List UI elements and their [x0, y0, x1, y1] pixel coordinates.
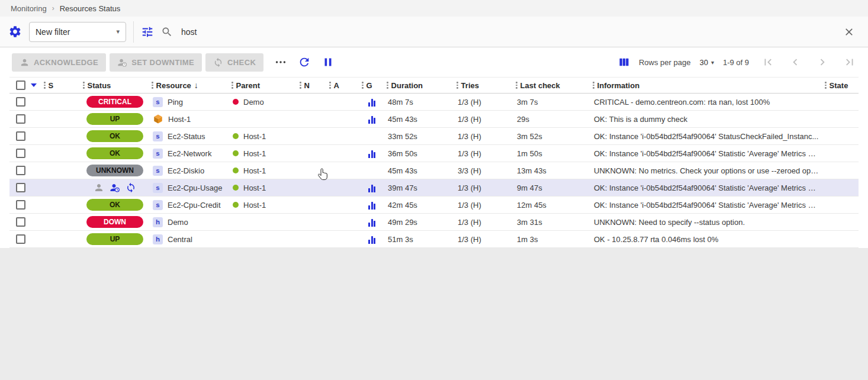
table-row[interactable]: DOWNhDemo49m 29s1/3 (H)3m 31sUNKNOWN: Ne…: [9, 214, 859, 231]
tune-filters-icon[interactable]: [141, 25, 154, 38]
column-header-state[interactable]: State: [824, 81, 857, 90]
table-row[interactable]: UPHost-145m 43s1/3 (H)29sOK: This is a d…: [9, 111, 859, 128]
column-menu-icon[interactable]: [385, 82, 390, 89]
graph-icon[interactable]: [368, 202, 375, 210]
clear-search-icon[interactable]: [843, 26, 855, 38]
status-badge: DOWN: [86, 216, 143, 228]
column-header-duration[interactable]: Duration: [385, 81, 453, 90]
refresh-icon[interactable]: [298, 56, 311, 69]
pause-autorefresh-icon[interactable]: [322, 56, 335, 69]
column-menu-icon[interactable]: [298, 82, 303, 89]
edit-columns-icon[interactable]: [618, 56, 630, 68]
column-menu-icon[interactable]: [43, 82, 47, 89]
row-checkbox[interactable]: [16, 200, 25, 210]
notes-cell: [297, 197, 327, 214]
duration-cell: 42m 45s: [384, 197, 454, 214]
column-menu-icon[interactable]: [361, 82, 365, 89]
more-actions-icon[interactable]: [274, 56, 287, 69]
filter-preset-select[interactable]: New filter ▾: [29, 22, 126, 42]
resource-type-chip: s: [153, 200, 163, 210]
filter-bar: New filter ▾: [0, 17, 868, 47]
status-cell: UP: [81, 111, 149, 128]
table-row[interactable]: OKsEc2-NetworkHost-136m 50s1/3 (H)1m 50s…: [9, 145, 859, 162]
column-menu-icon[interactable]: [328, 82, 332, 89]
column-header-parent[interactable]: Parent: [230, 81, 296, 90]
column-menu-icon[interactable]: [230, 82, 234, 89]
table-row[interactable]: UPhCentral51m 3s1/3 (H)1m 3sOK - 10.25.8…: [9, 231, 859, 248]
notes-cell: [297, 162, 327, 179]
column-header-g[interactable]: G: [361, 81, 383, 90]
column-header-resource[interactable]: Resource↓: [150, 80, 228, 90]
row-checkbox[interactable]: [16, 183, 25, 192]
table-row[interactable]: OKsEc2-Cpu-CreditHost-142m 45s1/3 (H)12m…: [9, 197, 859, 214]
search-input[interactable]: [181, 27, 836, 37]
row-checkbox[interactable]: [16, 149, 25, 158]
status-badge: UNKNOWN: [86, 165, 143, 176]
row-checkbox[interactable]: [16, 131, 25, 141]
parent-name: Host-1: [243, 166, 266, 175]
state-cell: [822, 162, 859, 179]
acknowledge-button[interactable]: ACKNOWLEDGE: [12, 53, 106, 72]
tries-cell: 3/3 (H): [454, 162, 513, 179]
column-header-s[interactable]: S: [43, 81, 79, 90]
action-toolbar: ACKNOWLEDGE SET DOWNTIME CHECK: [0, 47, 868, 77]
parent-cell: Host-1: [229, 179, 297, 197]
column-header-info[interactable]: Information: [591, 81, 821, 90]
resource-name: Ping: [168, 98, 183, 107]
status-badge: OK: [86, 147, 143, 159]
status-badge: OK: [86, 130, 143, 142]
severity-cell: [41, 231, 81, 248]
rows-per-page-select[interactable]: 30 ▾: [699, 58, 714, 67]
column-menu-icon[interactable]: [515, 82, 519, 89]
table-row[interactable]: CRITICALsPingDemo48m 7s1/3 (H)3m 7sCRITI…: [9, 94, 859, 111]
parent-status-dot: [233, 150, 239, 156]
last-check-cell: 3m 7s: [513, 94, 590, 111]
table-row[interactable]: OKsEc2-StatusHost-133m 52s1/3 (H)3m 52sO…: [9, 128, 859, 145]
row-checkbox[interactable]: [16, 97, 25, 107]
column-menu-icon[interactable]: [824, 82, 828, 89]
graph-icon[interactable]: [368, 99, 375, 107]
column-menu-icon[interactable]: [82, 82, 86, 89]
selection-menu-caret-icon[interactable]: [31, 83, 37, 87]
information-cell: CRITICAL - demo.centreon.com: rta nan, l…: [590, 94, 822, 111]
set-downtime-button[interactable]: SET DOWNTIME: [110, 53, 202, 72]
sync-icon: [126, 182, 136, 193]
column-menu-icon[interactable]: [455, 82, 459, 89]
sync-icon: [213, 57, 223, 67]
row-checkbox[interactable]: [16, 114, 25, 124]
check-button[interactable]: CHECK: [205, 53, 263, 72]
column-header-status[interactable]: Status: [82, 81, 148, 90]
breadcrumb-monitoring[interactable]: Monitoring: [11, 4, 47, 13]
breadcrumb-resources-status[interactable]: Resources Status: [60, 4, 121, 13]
column-menu-icon[interactable]: [591, 82, 596, 89]
settings-gear-icon[interactable]: [8, 25, 22, 38]
row-checkbox[interactable]: [16, 234, 25, 244]
graph-icon[interactable]: [368, 236, 375, 244]
column-header-a[interactable]: A: [328, 81, 358, 90]
graph-icon[interactable]: [368, 185, 375, 192]
next-page-icon[interactable]: [816, 56, 829, 69]
row-checkbox[interactable]: [16, 217, 25, 227]
resources-table-wrap: SStatusResource↓ParentNAGDurationTriesLa…: [9, 77, 859, 248]
search-icon: [161, 26, 173, 38]
first-page-icon[interactable]: [761, 56, 774, 69]
select-all-checkbox[interactable]: [16, 80, 25, 90]
table-row[interactable]: sEc2-Cpu-UsageHost-139m 47s1/3 (H)9m 47s…: [9, 179, 859, 197]
row-checkbox[interactable]: [16, 166, 25, 175]
column-label: A: [334, 81, 339, 90]
last-page-icon[interactable]: [843, 56, 856, 69]
table-row[interactable]: UNKNOWNsEc2-DiskioHost-145m 43s3/3 (H)13…: [9, 162, 859, 179]
graph-icon[interactable]: [368, 150, 375, 158]
set-downtime-label: SET DOWNTIME: [131, 58, 194, 67]
prev-page-icon[interactable]: [789, 56, 802, 69]
information-cell: OK: Instance 'i-0b54bd2f54af90064' Stati…: [590, 145, 822, 162]
column-header-tries[interactable]: Tries: [455, 81, 512, 90]
column-header-n[interactable]: N: [298, 81, 326, 90]
column-menu-icon[interactable]: [150, 82, 155, 89]
notes-cell: [297, 231, 327, 248]
column-header-last[interactable]: Last check: [515, 81, 589, 90]
last-check-cell: 13m 43s: [513, 162, 590, 179]
resource-cell: sEc2-Status: [149, 128, 229, 145]
graph-icon[interactable]: [368, 116, 375, 124]
graph-icon[interactable]: [368, 219, 375, 227]
